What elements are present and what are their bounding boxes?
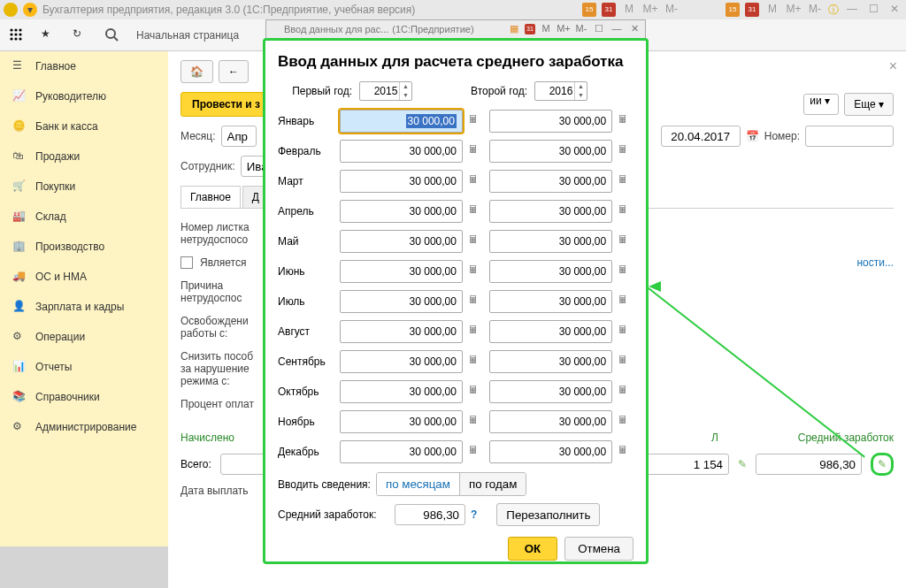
pi-suffix-field[interactable]: ии ▾ [803, 94, 839, 115]
sidebar-item-4[interactable]: 🛒Покупки [0, 172, 168, 202]
sidebar-item-9[interactable]: ⚙Операции [0, 322, 168, 352]
modal-cal31-icon[interactable]: 31 [525, 24, 535, 34]
modal-mminus-btn[interactable]: M- [574, 23, 588, 35]
mminus-btn[interactable]: M- [664, 3, 680, 17]
m2-btn[interactable]: M [764, 3, 780, 17]
modal-mplus-btn[interactable]: M+ [557, 23, 571, 35]
month-5-year2-input[interactable]: 30 000,00 [489, 260, 612, 283]
calc-icon[interactable]: 🖩 [468, 384, 484, 400]
sidebar-item-1[interactable]: 📈Руководителю [0, 81, 168, 111]
sidebar-item-6[interactable]: 🏢Производство [0, 232, 168, 262]
month-4-year2-input[interactable]: 30 000,00 [489, 230, 612, 253]
calc-icon[interactable]: 🖩 [468, 444, 484, 460]
month-2-year1-input[interactable]: 30 000,00 [340, 170, 463, 193]
close-btn[interactable]: ✕ [887, 3, 902, 17]
home-tab[interactable]: Начальная страница [136, 29, 239, 42]
calc-icon[interactable]: 🖩 [618, 233, 633, 249]
home-button[interactable]: 🏠 [180, 60, 213, 83]
mplus-btn[interactable]: M+ [642, 3, 658, 17]
month-10-year2-input[interactable]: 30 000,00 [489, 410, 612, 433]
calc-icon[interactable]: 🖩 [618, 263, 633, 279]
star-icon[interactable]: ★ [41, 27, 57, 43]
edit-avg-icon[interactable]: ✎ [878, 458, 887, 470]
number-input[interactable] [805, 126, 894, 147]
month-11-year2-input[interactable]: 30 000,00 [489, 440, 612, 463]
calc-icon[interactable]: 🖩 [618, 384, 633, 400]
date-picker-icon[interactable]: 📅 [746, 130, 759, 142]
month-9-year2-input[interactable]: 30 000,00 [489, 380, 612, 403]
refill-button[interactable]: Перезаполнить [496, 503, 600, 526]
calc-icon[interactable]: 🖩 [618, 354, 633, 370]
more-button[interactable]: Еще ▾ [844, 93, 894, 116]
conduct-button[interactable]: Провести и з [180, 92, 272, 117]
date-input[interactable] [661, 126, 741, 147]
calc-icon[interactable]: 🖩 [468, 294, 484, 309]
minimize-btn[interactable]: — [844, 3, 860, 17]
sidebar-item-0[interactable]: ☰Главное [0, 51, 168, 81]
modal-cal-icon[interactable]: ▦ [507, 23, 521, 35]
sidebar-item-7[interactable]: 🚚ОС и НМА [0, 262, 168, 292]
modal-minimize-btn[interactable]: — [610, 23, 624, 35]
month-3-year1-input[interactable]: 30 000,00 [340, 200, 463, 223]
calc-icon[interactable]: 🖩 [618, 173, 633, 189]
nosti-link[interactable]: ности... [856, 256, 894, 269]
nav-back-icon[interactable]: ▾ [23, 3, 37, 17]
apps-icon[interactable] [9, 27, 25, 43]
maximize-btn[interactable]: ☐ [865, 3, 881, 17]
month-input[interactable] [221, 126, 257, 147]
month-7-year2-input[interactable]: 30 000,00 [489, 320, 612, 343]
calc-icon[interactable]: 🖩 [618, 324, 633, 340]
tab-main[interactable]: Главное [180, 186, 241, 208]
calc-icon[interactable]: 🖩 [468, 143, 484, 159]
month-0-year2-input[interactable]: 30 000,00 [489, 110, 612, 133]
calendar15-icon[interactable]: 15 [582, 3, 596, 17]
month-8-year2-input[interactable]: 30 000,00 [489, 350, 612, 373]
calendar31-icon[interactable]: 31 [602, 3, 616, 17]
edit-l-icon[interactable]: ✎ [738, 458, 747, 470]
back-button[interactable]: ← [219, 60, 249, 83]
sidebar-item-3[interactable]: 🛍Продажи [0, 141, 168, 172]
calc-icon[interactable]: 🖩 [468, 203, 484, 219]
sidebar-item-10[interactable]: 📊Отчеты [0, 352, 168, 382]
month-1-year1-input[interactable]: 30 000,00 [340, 140, 463, 163]
calc-icon[interactable]: 🖩 [618, 444, 633, 460]
modal-window-btn[interactable]: ☐ [592, 23, 606, 35]
help-icon[interactable]: ? [471, 508, 477, 521]
month-11-year1-input[interactable]: 30 000,00 [340, 440, 463, 463]
history-icon[interactable]: ↻ [73, 27, 88, 43]
sidebar-item-5[interactable]: 🏭Склад [0, 202, 168, 232]
search-icon[interactable] [104, 27, 120, 43]
month-10-year1-input[interactable]: 30 000,00 [340, 410, 463, 433]
calc-icon[interactable]: 🖩 [618, 113, 633, 129]
calc-icon[interactable]: 🖩 [468, 324, 484, 340]
sidebar-item-12[interactable]: ⚙Администрирование [0, 412, 168, 442]
info-icon[interactable]: ⓘ [828, 3, 839, 18]
val-986-input[interactable] [756, 454, 862, 475]
sidebar-item-2[interactable]: 🪙Банк и касса [0, 111, 168, 141]
calc-icon[interactable]: 🖩 [618, 414, 633, 430]
calc-icon[interactable]: 🖩 [468, 113, 484, 129]
calc-icon[interactable]: 🖩 [468, 173, 484, 189]
month-6-year1-input[interactable]: 30 000,00 [340, 290, 463, 313]
month-1-year2-input[interactable]: 30 000,00 [489, 140, 612, 163]
is-checkbox[interactable] [180, 256, 193, 269]
calendar31b-icon[interactable]: 31 [745, 3, 759, 17]
month-5-year1-input[interactable]: 30 000,00 [340, 260, 463, 283]
avg-earn-input[interactable] [395, 504, 465, 525]
calc-icon[interactable]: 🖩 [468, 263, 484, 279]
cancel-button[interactable]: Отмена [564, 537, 633, 561]
year1-spinner[interactable]: 2015▲▼ [359, 81, 412, 101]
month-2-year2-input[interactable]: 30 000,00 [489, 170, 612, 193]
page-close-icon[interactable]: × [889, 58, 897, 74]
calendar15b-icon[interactable]: 15 [726, 3, 740, 17]
month-3-year2-input[interactable]: 30 000,00 [489, 200, 612, 223]
m-btn[interactable]: M [621, 3, 637, 17]
month-9-year1-input[interactable]: 30 000,00 [340, 380, 463, 403]
month-7-year1-input[interactable]: 30 000,00 [340, 320, 463, 343]
modal-close-btn[interactable]: ✕ [627, 23, 641, 35]
sidebar-item-11[interactable]: 📚Справочники [0, 382, 168, 412]
calc-icon[interactable]: 🖩 [618, 203, 633, 219]
month-6-year2-input[interactable]: 30 000,00 [489, 290, 612, 313]
ok-button[interactable]: ОК [508, 537, 558, 561]
calc-icon[interactable]: 🖩 [618, 294, 633, 309]
